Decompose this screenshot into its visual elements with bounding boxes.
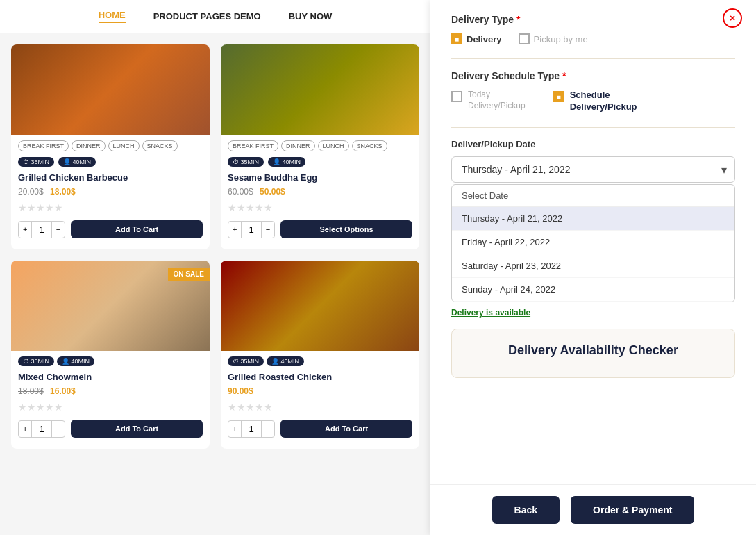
stars-3: ★★★★★ bbox=[11, 400, 210, 417]
product-tags-4: ⏱ 35MIN 👤 40MIN bbox=[221, 351, 419, 369]
on-sale-badge-3: ON SALE bbox=[168, 268, 210, 281]
nav-product-pages[interactable]: PRODUCT PAGES DEMO bbox=[153, 11, 261, 22]
schedule-option[interactable]: ■ ScheduleDelivery/Pickup bbox=[553, 90, 637, 113]
qty-box-2: + 1 − bbox=[228, 221, 275, 238]
divider-1 bbox=[451, 58, 735, 59]
product-grid: BREAK FIRST DINNER LUNCH SNACKS ⏱ 35MIN … bbox=[0, 33, 430, 460]
add-to-cart-button-3[interactable]: Add To Cart bbox=[71, 420, 203, 438]
qty-decrease-2[interactable]: − bbox=[262, 224, 274, 235]
tag-dinner-2: DINNER bbox=[281, 140, 315, 151]
product-card-2: BREAK FIRST DINNER LUNCH SNACKS ⏱ 35MIN … bbox=[221, 44, 419, 249]
product-name-4: Grilled Roasted Chicken bbox=[221, 369, 419, 385]
add-to-cart-button-1[interactable]: Add To Cart bbox=[71, 220, 203, 238]
qty-decrease-4[interactable]: − bbox=[262, 423, 274, 434]
qty-decrease-3[interactable]: − bbox=[52, 423, 65, 434]
delivery-radio-selected[interactable]: ■ bbox=[451, 33, 462, 44]
date-section-label: Deliver/Pickup Date bbox=[451, 139, 735, 149]
date-option-1[interactable]: Friday - April 22, 2022 bbox=[452, 231, 734, 254]
delivery-type-label: Delivery Type bbox=[451, 14, 514, 25]
schedule-options: TodayDelivery/Pickup ■ ScheduleDelivery/… bbox=[451, 90, 735, 113]
dropdown-header: Select Date bbox=[452, 185, 734, 207]
tag-snacks-1: SNACKS bbox=[142, 140, 178, 151]
qty-num-4: 1 bbox=[241, 421, 261, 437]
close-button[interactable]: × bbox=[723, 8, 742, 28]
qty-increase-2[interactable]: + bbox=[228, 224, 241, 235]
qty-box-4: + 1 − bbox=[228, 420, 275, 438]
product-image-1 bbox=[11, 44, 210, 135]
qty-increase-1[interactable]: + bbox=[19, 224, 31, 235]
product-tags-3: ⏱ 35MIN 👤 40MIN bbox=[11, 351, 210, 369]
stars-4: ★★★★★ bbox=[221, 400, 419, 417]
product-tags-2: BREAK FIRST DINNER LUNCH SNACKS bbox=[221, 135, 419, 154]
qty-decrease-1[interactable]: − bbox=[52, 224, 65, 235]
product-tags-1: BREAK FIRST DINNER LUNCH SNACKS bbox=[11, 135, 210, 154]
product-price-4: 90.00$ bbox=[221, 385, 419, 400]
availability-text: Delivery is available bbox=[451, 308, 735, 318]
qty-increase-3[interactable]: + bbox=[19, 423, 31, 434]
product-card-4: ⏱ 35MIN 👤 40MIN Grilled Roasted Chicken … bbox=[221, 261, 419, 449]
product-meta-2: ⏱ 35MIN 👤 40MIN bbox=[221, 154, 419, 170]
availability-checker: Delivery Availability Checker bbox=[451, 329, 735, 378]
pickup-radio-empty[interactable] bbox=[519, 33, 530, 44]
old-price-1: 20.00$ bbox=[18, 187, 44, 197]
date-option-0[interactable]: Thursday - April 21, 2022 bbox=[452, 207, 734, 231]
delivery-type-section-title: Delivery Type * bbox=[451, 14, 735, 25]
tag-breakfast-1: BREAK FIRST bbox=[18, 140, 69, 151]
cart-row-4: + 1 − Add To Cart bbox=[221, 417, 419, 441]
schedule-radio-selected[interactable]: ■ bbox=[553, 91, 564, 102]
nav-home[interactable]: HOME bbox=[99, 10, 126, 23]
schedule-section-title: Delivery Schedule Type * bbox=[451, 70, 735, 81]
select-options-button-2[interactable]: Select Options bbox=[280, 220, 412, 238]
tag-snacks-2: SNACKS bbox=[352, 140, 387, 151]
product-price-1: 20.00$ 18.00$ bbox=[11, 186, 210, 201]
order-payment-button[interactable]: Order & Payment bbox=[571, 496, 694, 524]
divider-2 bbox=[451, 127, 735, 128]
pickup-option[interactable]: Pickup by me bbox=[519, 33, 588, 44]
product-image-3: ON SALE bbox=[11, 261, 210, 351]
product-price-3: 18.00$ 16.00$ bbox=[11, 385, 210, 400]
cart-row-2: + 1 − Select Options bbox=[221, 217, 419, 241]
qty-num-1: 1 bbox=[31, 222, 51, 238]
schedule-section: Delivery Schedule Type * TodayDelivery/P… bbox=[451, 70, 735, 113]
bottom-buttons: Back Order & Payment bbox=[430, 484, 756, 535]
time-badge-2b: 👤 40MIN bbox=[268, 157, 305, 167]
old-price-2: 60.00$ bbox=[228, 187, 253, 197]
delivery-option[interactable]: ■ Delivery bbox=[451, 33, 502, 44]
qty-increase-4[interactable]: + bbox=[228, 423, 241, 434]
product-name-1: Grilled Chicken Barbecue bbox=[11, 170, 210, 186]
product-name-2: Sesame Buddha Egg bbox=[221, 170, 419, 186]
today-radio-empty[interactable] bbox=[451, 91, 462, 102]
add-to-cart-button-4[interactable]: Add To Cart bbox=[280, 420, 412, 438]
qty-num-3: 1 bbox=[31, 421, 51, 437]
date-option-3[interactable]: Sunday - April 24, 2022 bbox=[452, 278, 734, 302]
nav-buy-now[interactable]: BUY NOW bbox=[289, 11, 333, 22]
today-option[interactable]: TodayDelivery/Pickup bbox=[451, 90, 526, 111]
back-button[interactable]: Back bbox=[492, 496, 560, 524]
schedule-required: * bbox=[562, 70, 566, 81]
product-image-4 bbox=[221, 261, 419, 351]
date-select-wrapper: Thursday - April 21, 2022 ▾ bbox=[451, 156, 735, 183]
new-price-2: 50.00$ bbox=[260, 187, 285, 197]
product-card-3: ON SALE ⏱ 35MIN 👤 40MIN Mixed Chowmein 1… bbox=[11, 261, 210, 449]
time-badge-1b: 👤 40MIN bbox=[58, 157, 96, 167]
availability-checker-title: Delivery Availability Checker bbox=[466, 343, 721, 358]
time-badge-3a: ⏱ 35MIN bbox=[18, 356, 54, 366]
time-badge-3b: 👤 40MIN bbox=[57, 356, 94, 366]
product-meta-1: ⏱ 35MIN 👤 40MIN bbox=[11, 154, 210, 170]
tag-lunch-1: LUNCH bbox=[108, 140, 140, 151]
schedule-option-label: ScheduleDelivery/Pickup bbox=[570, 90, 637, 113]
navigation: HOME PRODUCT PAGES DEMO BUY NOW bbox=[0, 0, 430, 33]
left-panel: HOME PRODUCT PAGES DEMO BUY NOW BREAK FI… bbox=[0, 0, 430, 535]
date-option-2[interactable]: Saturday - April 23, 2022 bbox=[452, 254, 734, 278]
delivery-option-label: Delivery bbox=[467, 34, 502, 44]
product-card-1: BREAK FIRST DINNER LUNCH SNACKS ⏱ 35MIN … bbox=[11, 44, 210, 249]
pickup-option-label: Pickup by me bbox=[534, 34, 588, 44]
date-section: Deliver/Pickup Date Thursday - April 21,… bbox=[451, 139, 735, 318]
date-select-display[interactable]: Thursday - April 21, 2022 bbox=[451, 156, 735, 183]
product-name-3: Mixed Chowmein bbox=[11, 369, 210, 385]
only-price-4: 90.00$ bbox=[228, 386, 253, 396]
qty-box-3: + 1 − bbox=[18, 420, 65, 438]
tag-lunch-2: LUNCH bbox=[318, 140, 349, 151]
schedule-label: Delivery Schedule Type bbox=[451, 70, 560, 81]
new-price-1: 18.00$ bbox=[50, 187, 76, 197]
